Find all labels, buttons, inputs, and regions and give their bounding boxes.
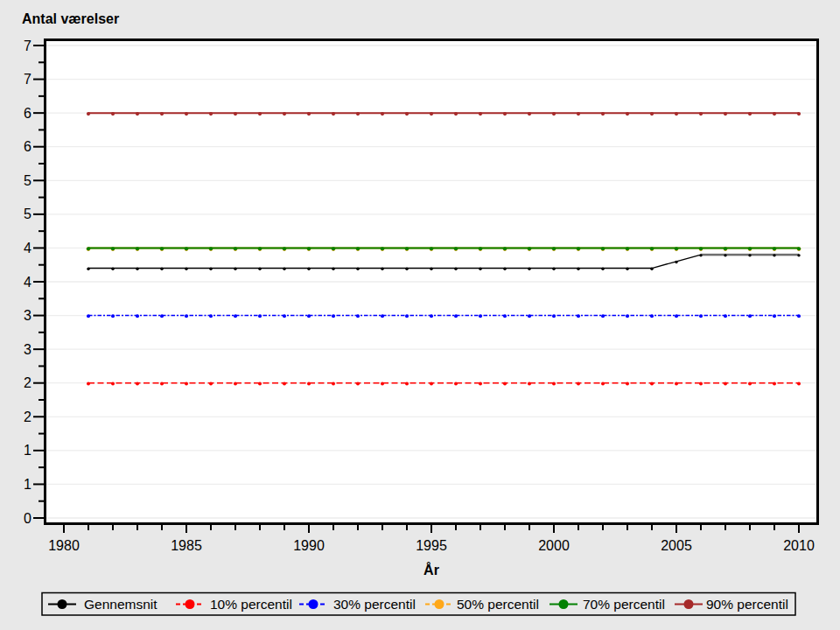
svg-text:Antal værelser: Antal værelser [22,11,119,26]
svg-text:1980: 1980 [48,538,80,553]
svg-text:2: 2 [24,410,32,424]
svg-text:4: 4 [24,275,32,290]
svg-text:2000: 2000 [538,538,570,553]
svg-text:1995: 1995 [416,538,447,553]
svg-text:1: 1 [24,443,32,458]
svg-text:2010: 2010 [783,538,815,553]
svg-text:7: 7 [24,38,32,53]
svg-text:30% percentil: 30% percentil [333,597,416,612]
svg-text:3: 3 [24,308,32,323]
svg-text:50% percentil: 50% percentil [457,597,539,612]
svg-text:90% percentil: 90% percentil [706,597,788,612]
svg-text:6: 6 [24,139,32,154]
svg-text:2005: 2005 [661,538,692,553]
svg-text:1985: 1985 [171,538,202,553]
svg-text:70% percentil: 70% percentil [583,597,665,612]
svg-text:7: 7 [24,72,32,87]
svg-text:4: 4 [24,241,32,256]
svg-text:10% percentil: 10% percentil [210,597,292,612]
svg-text:5: 5 [24,173,32,188]
svg-text:1: 1 [24,477,32,492]
svg-text:5: 5 [24,206,32,221]
svg-text:0: 0 [24,511,32,526]
svg-text:1990: 1990 [293,538,325,553]
svg-text:Gennemsnit: Gennemsnit [84,597,158,612]
svg-text:2: 2 [24,375,32,390]
svg-text:3: 3 [24,342,32,357]
svg-text:År: År [424,562,439,578]
svg-text:6: 6 [24,106,32,121]
